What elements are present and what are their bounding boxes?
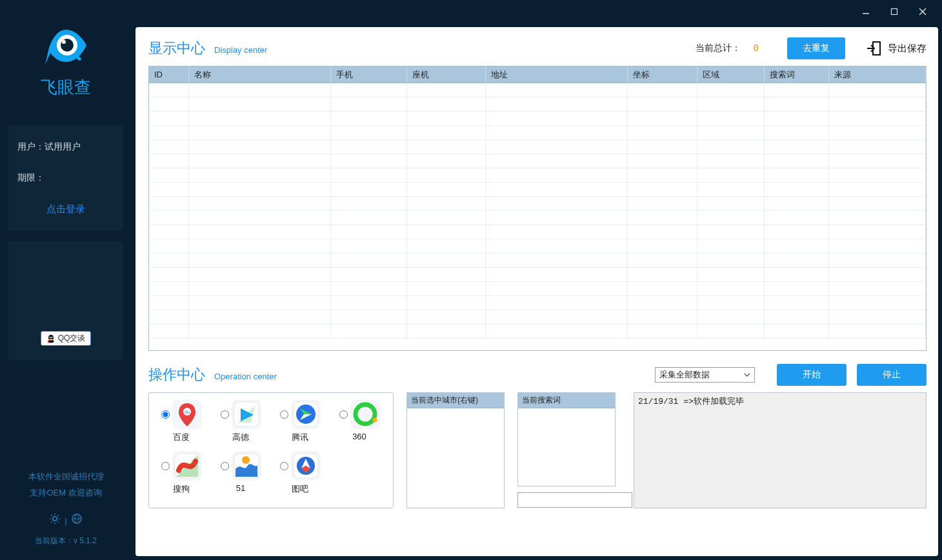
qq-chat-button[interactable]: QQ交谈 [41,331,92,346]
export-icon [865,39,883,57]
table-row[interactable] [149,83,926,97]
keyword-list[interactable] [518,408,615,486]
table-row[interactable] [149,126,926,140]
map-source-label: 图吧 [270,483,330,495]
display-center-heading: 显示中心 Display center [148,39,696,58]
selected-cities-panel[interactable]: 当前选中城市(右键) [406,392,505,508]
map-source-icon-tuba [291,451,321,481]
map-source-label: 搜狗 [152,483,211,495]
collect-mode-value: 采集全部数据 [659,369,710,381]
table-row[interactable] [149,282,926,296]
table-row[interactable] [149,154,926,168]
svg-point-7 [62,40,66,44]
collect-mode-select[interactable]: 采集全部数据 [655,367,755,383]
map-source-radio-360[interactable] [339,410,348,419]
operation-center-heading: 操作中心 Operation center [148,365,655,385]
map-source-radio-tencent[interactable] [280,410,288,419]
svg-rect-1 [892,9,897,15]
export-label: 导出保存 [888,43,927,55]
col-mobile[interactable]: 手机 [331,66,407,83]
table-row[interactable] [149,239,926,254]
sidebar: 飞眼查 用户：试用用户 期限： 点击登录 QQ交谈 本软件全国诚招代理 [0,23,132,560]
table-row[interactable] [149,325,926,339]
operation-title-en: Operation center [214,372,277,381]
svg-point-34 [372,418,377,423]
map-source-icon-baidu: du [172,399,202,429]
table-row[interactable] [149,112,926,126]
eye-search-icon [40,26,92,72]
qq-icon [46,334,55,343]
export-button[interactable]: 导出保存 [865,39,927,57]
table-row[interactable] [149,254,926,268]
sidebar-footer: 本软件全国诚招代理 支持OEM 欢迎咨询 | 当前版本：v 5.1.2 [28,469,104,560]
col-area[interactable]: 区域 [697,66,765,83]
svg-point-12 [49,339,53,340]
map-source-item-baidu[interactable]: du百度 [152,399,211,443]
main-panel: 显示中心 Display center 当前总计： 0 去重复 导出保存 ID … [135,27,938,556]
table-row[interactable] [149,183,926,197]
gear-icon[interactable] [49,513,61,530]
globe-icon[interactable] [71,513,83,530]
user-panel: 用户：试用用户 期限： 点击登录 [8,126,123,231]
col-name[interactable]: 名称 [189,66,331,83]
map-source-radio-51[interactable] [221,462,229,470]
map-source-label: 高德 [211,432,270,443]
operation-title-cn: 操作中心 [148,365,205,385]
total-value: 0 [754,43,759,54]
map-source-radio-sogou[interactable] [161,462,170,470]
table-row[interactable] [149,310,926,325]
selected-cities-list[interactable] [407,408,504,508]
results-table[interactable]: ID 名称 手机 座机 地址 坐标 区域 搜索词 来源 [148,66,927,351]
table-row[interactable] [149,97,926,112]
user-label: 用户：试用用户 [17,141,114,153]
window-minimize-button[interactable] [852,3,880,21]
map-source-radio-gaode[interactable] [221,410,229,419]
table-row[interactable] [149,211,926,225]
col-keyword[interactable]: 搜索词 [765,66,829,83]
qq-chat-label: QQ交谈 [58,333,86,344]
map-source-item-51[interactable]: 51 [211,451,270,495]
map-source-item-360[interactable]: 360 [330,399,389,443]
login-link[interactable]: 点击登录 [17,203,114,215]
dedupe-button[interactable]: 去重复 [787,37,845,59]
selected-cities-title: 当前选中城市(右键) [407,393,504,408]
table-row[interactable] [149,296,926,310]
map-source-icon-gaode [232,399,261,429]
log-panel: 21/19/31 =>软件加载完毕 [634,392,927,508]
map-source-item-tuba[interactable]: 图吧 [270,451,330,495]
map-source-radio-baidu[interactable] [161,410,170,419]
table-body [149,83,926,339]
map-source-item-sogou[interactable]: 搜狗 [152,451,211,495]
col-source[interactable]: 来源 [829,66,926,83]
start-button[interactable]: 开始 [777,364,847,386]
svg-point-11 [51,336,52,338]
col-id[interactable]: ID [149,66,189,83]
window-close-button[interactable] [908,3,937,21]
svg-point-33 [356,405,375,424]
keyword-list-title: 当前搜索词 [518,393,615,408]
footer-line-2: 支持OEM 欢迎咨询 [28,485,104,501]
map-source-item-tencent[interactable]: 腾讯 [270,399,330,443]
map-source-radio-tuba[interactable] [280,462,288,470]
table-row[interactable] [149,268,926,282]
window-maximize-button[interactable] [880,3,908,21]
app-name: 飞眼查 [40,76,92,99]
log-line: 21/19/31 =>软件加载完毕 [638,395,922,407]
col-address[interactable]: 地址 [486,66,628,83]
svg-point-10 [49,336,50,338]
map-source-icon-tencent [291,399,321,429]
col-coord[interactable]: 坐标 [628,66,697,83]
ad-panel: QQ交谈 [8,241,123,360]
table-row[interactable] [149,140,926,154]
table-row[interactable] [149,225,926,239]
stop-button[interactable]: 停止 [857,364,927,386]
svg-line-21 [52,521,52,522]
map-source-item-gaode[interactable]: 高德 [211,399,270,443]
chevron-down-icon [743,370,752,379]
col-phone[interactable]: 座机 [407,66,486,83]
map-source-icon-360 [350,399,380,429]
table-row[interactable] [149,197,926,211]
keyword-input[interactable] [517,492,632,508]
display-title-en: Display center [214,45,267,55]
table-row[interactable] [149,168,926,183]
